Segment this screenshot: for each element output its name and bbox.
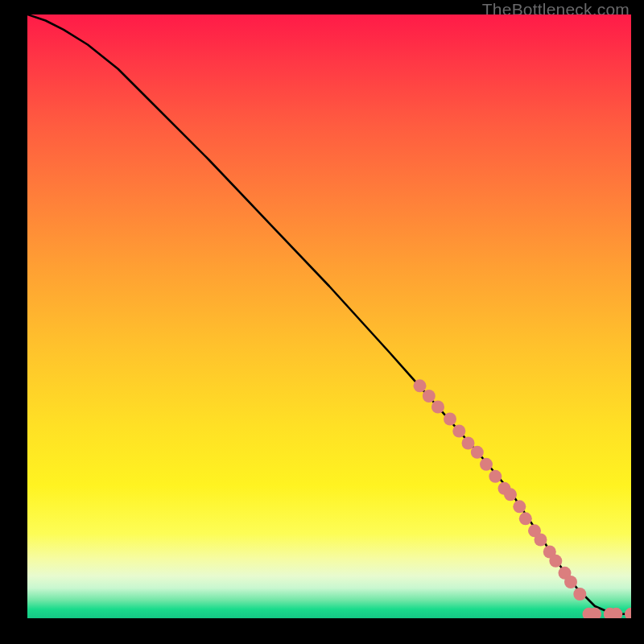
marker-dot bbox=[444, 413, 456, 426]
chart-stage: TheBottleneck.com bbox=[0, 0, 644, 644]
chart-svg bbox=[27, 14, 631, 618]
plot-area bbox=[27, 14, 631, 618]
marker-dot bbox=[535, 534, 547, 547]
curve-line bbox=[27, 14, 631, 614]
marker-dot bbox=[625, 608, 631, 618]
marker-dot bbox=[489, 470, 502, 483]
marker-dot bbox=[549, 555, 562, 568]
marker-dot bbox=[452, 425, 465, 438]
marker-dot bbox=[513, 500, 526, 513]
marker-dot bbox=[480, 458, 493, 471]
marker-dot bbox=[564, 576, 577, 588]
marker-dot bbox=[573, 588, 586, 601]
marker-dot bbox=[423, 390, 436, 402]
marker-dot bbox=[519, 512, 532, 525]
marker-dot bbox=[414, 379, 427, 392]
marker-dot bbox=[471, 446, 484, 459]
marker-dot bbox=[504, 488, 517, 501]
marker-dot bbox=[462, 437, 475, 450]
marker-dots bbox=[414, 379, 632, 618]
marker-dot bbox=[431, 401, 444, 414]
